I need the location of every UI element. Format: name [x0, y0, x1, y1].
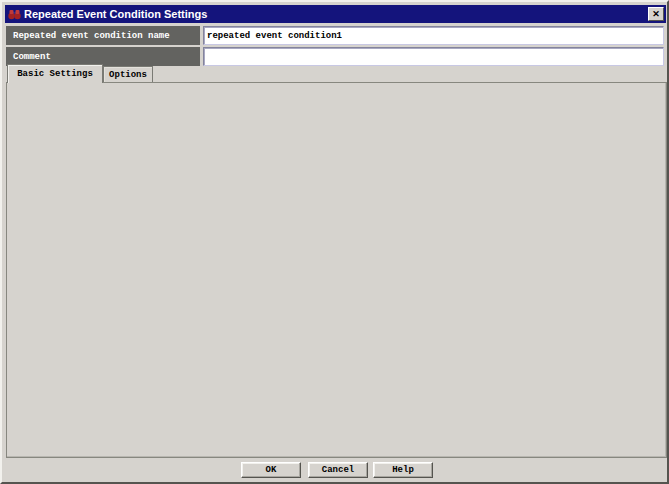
cancel-button[interactable]: Cancel	[308, 462, 368, 478]
ok-button[interactable]: OK	[241, 462, 301, 478]
basic-settings-panel	[6, 82, 667, 458]
help-button[interactable]: Help	[373, 462, 433, 478]
app-icon	[8, 8, 21, 21]
window-title: Repeated Event Condition Settings	[24, 8, 207, 20]
tab-options[interactable]: Options	[103, 66, 153, 83]
comment-input[interactable]	[203, 47, 664, 66]
close-button[interactable]: ✕	[648, 7, 664, 21]
condition-name-label: Repeated event condition name	[6, 26, 200, 45]
tab-basic-settings[interactable]: Basic Settings	[7, 64, 103, 83]
titlebar: Repeated Event Condition Settings ✕	[5, 5, 666, 23]
condition-name-input[interactable]	[203, 26, 664, 45]
close-icon: ✕	[652, 10, 660, 19]
dialog-window: Repeated Event Condition Settings ✕ Repe…	[0, 0, 669, 484]
